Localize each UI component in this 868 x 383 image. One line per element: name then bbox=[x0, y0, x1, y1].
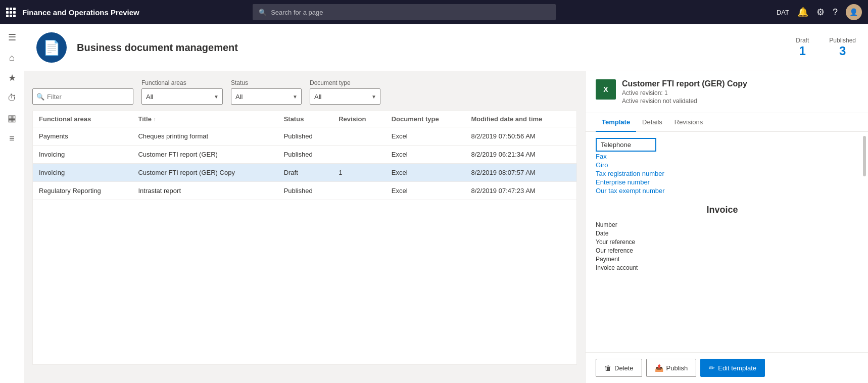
cell-functional_areas: Invoicing bbox=[33, 146, 132, 164]
edit-template-button[interactable]: ✏ Edit template bbox=[700, 359, 765, 377]
tab-details[interactable]: Details bbox=[636, 113, 668, 132]
stat-draft-label: Draft bbox=[796, 37, 809, 44]
invoice-title: Invoice bbox=[596, 205, 849, 215]
help-button[interactable]: ? bbox=[833, 7, 838, 18]
filter-text-input[interactable] bbox=[32, 88, 133, 105]
preview-link[interactable]: Our tax exempt number bbox=[596, 187, 849, 195]
preview-field: Date bbox=[596, 230, 849, 237]
horizontal-scrollbar[interactable] bbox=[32, 371, 577, 375]
telephone-cell: Telephone bbox=[596, 138, 656, 152]
stat-draft: Draft 1 bbox=[796, 37, 809, 58]
publish-icon: 📤 bbox=[655, 364, 663, 372]
cell-title: Customer FTI report (GER) Copy bbox=[132, 164, 277, 182]
document-type-filter-group: Document type All Excel Word ▼ bbox=[310, 79, 380, 105]
page-header: 📄 Business document management Draft 1 P… bbox=[24, 24, 868, 71]
right-actions: 🗑 Delete 📤 Publish ✏ Edit template bbox=[586, 352, 868, 383]
doc-title-info: Customer FTI report (GER) Copy Active re… bbox=[622, 79, 747, 105]
cell-revision bbox=[332, 127, 385, 146]
template-preview: Telephone FaxGiroTax registration number… bbox=[586, 132, 868, 352]
functional-areas-select-wrap: All Invoicing Payments Regulatory Report… bbox=[141, 88, 223, 105]
stat-published-label: Published bbox=[829, 37, 856, 44]
stat-published: Published 3 bbox=[829, 37, 856, 58]
nav-right: DAT 🔔 ⚙ ? 👤 bbox=[777, 4, 862, 20]
cell-revision bbox=[332, 146, 385, 164]
sidebar-item-recent[interactable]: ⏱ bbox=[3, 89, 21, 107]
col-title[interactable]: Title↑ bbox=[132, 111, 277, 127]
edit-icon: ✏ bbox=[709, 364, 715, 372]
preview-field: Our reference bbox=[596, 247, 849, 254]
page-icon-symbol: 📄 bbox=[43, 39, 61, 56]
app-title: Finance and Operations Preview bbox=[22, 8, 139, 17]
filter-search-icon: 🔍 bbox=[36, 93, 44, 101]
preview-field: Your reference bbox=[596, 238, 849, 246]
delete-icon: 🗑 bbox=[604, 364, 611, 372]
functional-areas-label: Functional areas bbox=[141, 79, 223, 86]
preview-link[interactable]: Fax bbox=[596, 153, 849, 160]
search-icon: 🔍 bbox=[259, 9, 267, 16]
sidebar-item-workspaces[interactable]: ▦ bbox=[3, 109, 21, 127]
avatar[interactable]: 👤 bbox=[846, 4, 862, 20]
status-select[interactable]: All Draft Published bbox=[231, 88, 302, 105]
table-header: Functional areas Title↑ Status Revision … bbox=[33, 111, 576, 127]
right-scrollbar[interactable] bbox=[863, 136, 866, 176]
table-row[interactable]: InvoicingCustomer FTI report (GER)Publis… bbox=[33, 146, 576, 164]
cell-modified: 8/2/2019 07:47:23 AM bbox=[465, 182, 576, 200]
publish-button[interactable]: 📤 Publish bbox=[646, 359, 697, 377]
cell-document_type: Excel bbox=[385, 164, 465, 182]
sidebar-item-modules[interactable]: ≡ bbox=[3, 129, 21, 148]
sidebar-item-home[interactable]: ⌂ bbox=[3, 49, 21, 67]
preview-field: Payment bbox=[596, 256, 849, 263]
cell-revision: 1 bbox=[332, 164, 385, 182]
table-row[interactable]: Regulatory ReportingIntrastat reportPubl… bbox=[33, 182, 576, 200]
status-label: Status bbox=[231, 79, 302, 86]
doc-title: Customer FTI report (GER) Copy bbox=[622, 79, 747, 88]
tab-template[interactable]: Template bbox=[596, 113, 636, 132]
tab-revisions[interactable]: Revisions bbox=[668, 113, 709, 132]
search-input[interactable] bbox=[271, 9, 550, 16]
stat-published-value: 3 bbox=[829, 44, 856, 58]
search-bar[interactable]: 🔍 bbox=[253, 4, 556, 20]
environment-label: DAT bbox=[777, 9, 789, 16]
cell-functional_areas: Invoicing bbox=[33, 164, 132, 182]
preview-link[interactable]: Giro bbox=[596, 161, 849, 169]
preview-link[interactable]: Enterprise number bbox=[596, 178, 849, 186]
left-sidebar: ☰ ⌂ ★ ⏱ ▦ ≡ bbox=[0, 24, 24, 383]
right-panel-header: X Customer FTI report (GER) Copy Active … bbox=[586, 71, 868, 113]
cell-title: Cheques printing format bbox=[132, 127, 277, 146]
cell-title: Customer FTI report (GER) bbox=[132, 146, 277, 164]
main-content: 📄 Business document management Draft 1 P… bbox=[24, 24, 868, 383]
page-icon: 📄 bbox=[36, 32, 67, 63]
title-sort-icon: ↑ bbox=[154, 117, 156, 122]
cell-modified: 8/2/2019 08:07:57 AM bbox=[465, 164, 576, 182]
doc-subtitle1: Active revision: 1 bbox=[622, 89, 747, 97]
edit-template-label: Edit template bbox=[718, 364, 756, 372]
functional-areas-select[interactable]: All Invoicing Payments Regulatory Report… bbox=[141, 88, 223, 105]
cell-status: Draft bbox=[278, 164, 333, 182]
filter-text-group: 🔍 bbox=[32, 88, 133, 105]
cell-document_type: Excel bbox=[385, 146, 465, 164]
table-row[interactable]: InvoicingCustomer FTI report (GER) CopyD… bbox=[33, 164, 576, 182]
top-nav: Finance and Operations Preview 🔍 DAT 🔔 ⚙… bbox=[0, 0, 868, 24]
document-type-select[interactable]: All Excel Word bbox=[310, 88, 380, 105]
app-grid-icon[interactable] bbox=[6, 8, 16, 17]
excel-label: X bbox=[603, 85, 608, 93]
delete-button[interactable]: 🗑 Delete bbox=[596, 359, 642, 377]
table-row[interactable]: PaymentsCheques printing formatPublished… bbox=[33, 127, 576, 146]
cell-status: Published bbox=[278, 182, 333, 200]
preview-link[interactable]: Tax registration number bbox=[596, 170, 849, 177]
col-modified: Modified date and time bbox=[465, 111, 576, 127]
col-document-type: Document type bbox=[385, 111, 465, 127]
notifications-button[interactable]: 🔔 bbox=[797, 7, 808, 18]
stat-draft-value: 1 bbox=[796, 44, 809, 58]
status-select-wrap: All Draft Published ▼ bbox=[231, 88, 302, 105]
cell-functional_areas: Payments bbox=[33, 127, 132, 146]
preview-field: Number bbox=[596, 221, 849, 228]
page-title: Business document management bbox=[77, 42, 238, 54]
content-area: 🔍 Functional areas All Invoicing Payment… bbox=[24, 71, 868, 383]
doc-subtitle2: Active revision not validated bbox=[622, 98, 747, 105]
sidebar-item-favorites[interactable]: ★ bbox=[3, 69, 21, 87]
excel-icon: X bbox=[596, 79, 616, 100]
col-status: Status bbox=[278, 111, 333, 127]
sidebar-item-menu[interactable]: ☰ bbox=[3, 28, 21, 46]
settings-button[interactable]: ⚙ bbox=[816, 7, 825, 18]
